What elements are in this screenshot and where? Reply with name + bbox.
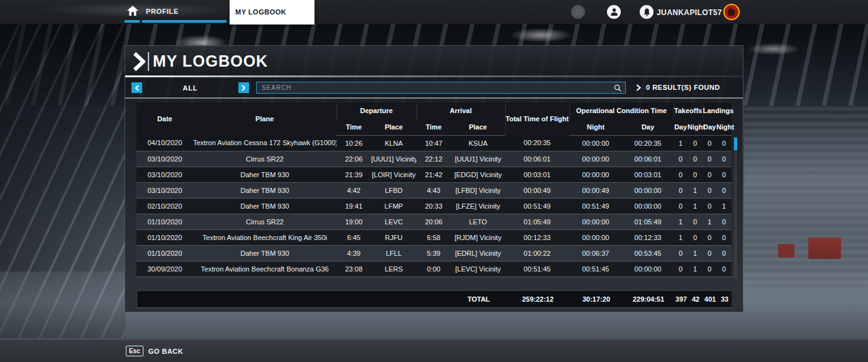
logbook-cell: [LOIR] Vicinity: [371, 167, 416, 182]
header-landings-night: Night: [716, 119, 732, 135]
header-oct: Operational Condition Time: [569, 102, 674, 119]
logbook-cell: 01/10/2020: [136, 214, 193, 229]
esc-key-badge[interactable]: Esc: [126, 346, 143, 356]
logbook-cell: 00:00:00: [622, 198, 674, 214]
logbook-cell: 00:00:49: [569, 182, 622, 198]
logbook-cell: 0: [674, 182, 687, 198]
logbook-cell: 0: [674, 167, 687, 182]
header-departure-time: Time: [337, 119, 371, 135]
logbook-cell: 0: [674, 151, 687, 167]
search-box: [256, 82, 626, 94]
logbook-cell: Cirrus SR22: [193, 151, 337, 167]
results-count: 0 RESULT(S) FOUND: [636, 84, 720, 91]
logbook-cell: 6:45: [337, 229, 371, 245]
logbook-cell: 0: [716, 182, 732, 198]
search-input[interactable]: [257, 84, 614, 91]
logbook-cell: KLNA: [371, 135, 416, 151]
logbook-cell: 23:08: [337, 261, 371, 277]
logbook-rows: 04/10/2020Textron Aviation Cessna 172 Sk…: [136, 135, 732, 277]
logbook-cell: 00:03:01: [622, 167, 674, 182]
go-back-button[interactable]: GO BACK: [148, 348, 183, 355]
logbook-cell: 5:39: [416, 245, 451, 261]
logbook-row[interactable]: 30/09/2020Textron Aviation Beechcraft Bo…: [136, 261, 732, 277]
table-scrollbar[interactable]: [734, 136, 737, 278]
logbook-cell: [UUU1] Vicinity: [371, 151, 416, 167]
logbook-cell: 1: [687, 261, 703, 277]
logbook-cell: 00:20:35: [505, 135, 569, 151]
table-header: Date Plane Departure Arrival Total Time …: [136, 102, 732, 135]
logbook-cell: 19:41: [337, 198, 371, 214]
logbook-cell: LFMP: [371, 198, 416, 214]
logbook-cell: [LEVC] Vicinity: [451, 261, 505, 277]
logbook-cell: 00:03:01: [505, 167, 569, 182]
logbook-cell: 22:06: [337, 151, 371, 167]
filter-prev-button[interactable]: [131, 82, 142, 93]
logbook-cell: Daher TBM 930: [193, 167, 337, 182]
tab-my-logbook[interactable]: MY LOGBOOK: [230, 0, 314, 25]
logbook-cell: 0: [703, 167, 716, 182]
profile-button[interactable]: [607, 5, 621, 19]
logbook-cell: 02/10/2020: [136, 198, 193, 214]
logbook-cell: 00:12:33: [622, 229, 674, 245]
logbook-cell: 1: [674, 229, 687, 245]
title-separator: [148, 52, 149, 71]
logbook-row[interactable]: 01/10/2020Daher TBM 9304:39LFLL5:39[EDRL…: [136, 245, 732, 261]
total-takeoffs-day: 397: [674, 291, 688, 308]
logbook-row[interactable]: 01/10/2020Cirrus SR2219:00LEVC20:06LETO0…: [136, 214, 732, 229]
logbook-row[interactable]: 01/10/2020Textron Aviation Beechcraft Ki…: [136, 229, 732, 245]
scrollbar-thumb[interactable]: [734, 138, 737, 150]
logbook-cell: 0: [674, 245, 687, 261]
logbook-cell: 03/10/2020: [136, 182, 193, 198]
logbook-cell: 00:51:45: [505, 261, 569, 277]
friends-icon: [574, 9, 582, 15]
logbook-cell: 00:12:33: [505, 229, 569, 245]
friends-button[interactable]: [571, 5, 585, 19]
logbook-cell: 1: [674, 214, 687, 229]
logbook-row[interactable]: 04/10/2020Textron Aviation Cessna 172 Sk…: [136, 135, 732, 151]
logbook-cell: 1: [703, 214, 716, 229]
header-date: Date: [136, 102, 193, 135]
header-landings: Landings: [703, 102, 732, 119]
logbook-row[interactable]: 03/10/2020Daher TBM 9304:42LFBD4:43[LFBD…: [136, 182, 732, 198]
search-icon[interactable]: [614, 84, 621, 92]
logbook-cell: 0: [703, 135, 716, 151]
user-avatar[interactable]: [723, 4, 740, 20]
header-landings-day: Day: [703, 119, 716, 135]
results-count-label: 0 RESULT(S) FOUND: [646, 84, 720, 91]
avatar-emblem-icon: [728, 8, 735, 16]
logbook-cell: 01:05:49: [505, 214, 569, 229]
profile-tab-underline: [142, 20, 226, 23]
logbook-cell: Daher TBM 930: [193, 245, 337, 261]
logbook-cell: 00:51:49: [569, 198, 622, 214]
total-table: TOTAL 259:22:12 30:17:20 229:04:51 397 4…: [137, 291, 732, 309]
logbook-cell: 0: [703, 182, 716, 198]
logbook-cell: 0: [703, 245, 716, 261]
total-flight-time: 259:22:12: [506, 291, 570, 308]
total-oct-day: 229:04:51: [623, 291, 674, 308]
notifications-button[interactable]: [640, 5, 654, 19]
filter-next-button[interactable]: [238, 82, 249, 93]
logbook-row[interactable]: 03/10/2020Cirrus SR2222:06[UUU1] Vicinit…: [136, 151, 732, 167]
logbook-cell: 04/10/2020: [136, 135, 193, 151]
logbook-cell: 1: [687, 198, 703, 214]
logbook-row[interactable]: 02/10/2020Daher TBM 93019:41LFMP20:33[LF…: [136, 198, 732, 214]
tab-profile[interactable]: PROFILE: [142, 0, 226, 24]
filter-search-row: ALL 0 RESULT(S) FOUND: [125, 77, 743, 99]
logbook-cell: 0: [687, 167, 703, 182]
top-nav-bar: PROFILE MY LOGBOOK JUANKAPILOT57: [0, 0, 868, 24]
logbook-cell: 10:47: [416, 135, 451, 151]
logbook-cell: 0: [703, 261, 716, 277]
logbook-cell: 1: [716, 198, 732, 214]
logbook-cell: 0: [687, 135, 703, 151]
header-departure-place: Place: [371, 119, 416, 135]
logbook-cell: 0: [703, 151, 716, 167]
panel-title-bar: MY LOGBOOK: [125, 46, 743, 77]
header-takeoffs-day: Day: [674, 119, 687, 135]
logbook-row[interactable]: 03/10/2020Daher TBM 93021:39[LOIR] Vicin…: [136, 167, 732, 182]
tab-home[interactable]: [125, 0, 141, 24]
logbook-cell: 00:00:00: [569, 214, 622, 229]
header-departure: Departure: [337, 102, 416, 119]
hangar-red-container: [808, 238, 841, 259]
total-row: TOTAL 259:22:12 30:17:20 229:04:51 397 4…: [136, 290, 732, 309]
logbook-cell: 0: [716, 151, 732, 167]
